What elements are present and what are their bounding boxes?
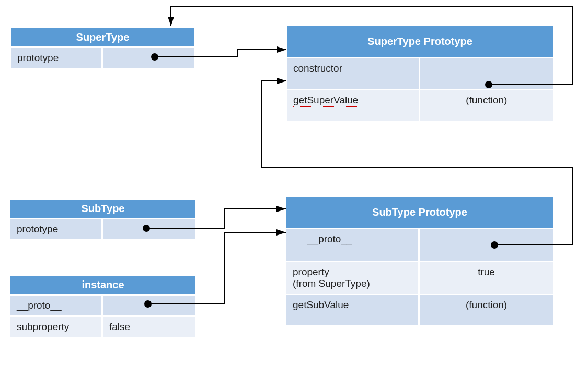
dot-supertype-prototype xyxy=(151,53,158,61)
instance-header: instance xyxy=(10,276,195,294)
subtype-proto-getsub-val: (function) xyxy=(420,295,553,325)
subtype-proto-getsub-key: getSubValue xyxy=(286,295,420,325)
instance-subproperty-key: subproperty xyxy=(10,317,103,337)
supertype-proto-header: SuperType Prototype xyxy=(287,26,553,57)
supertype-proto-box: SuperType Prototype constructor getSuper… xyxy=(286,26,554,122)
subtype-proto-property-key: property (from SuperType) xyxy=(286,262,420,294)
supertype-prototype-val xyxy=(103,48,195,68)
subtype-prototype-key: prototype xyxy=(10,219,103,239)
subtype-proto-box: SubType Prototype __proto__ property (fr… xyxy=(286,196,554,326)
supertype-box: SuperType prototype xyxy=(10,28,195,68)
instance-box: instance __proto__ subproperty false xyxy=(10,275,196,337)
subtype-proto-property-val: true xyxy=(420,262,553,294)
dot-instance-proto xyxy=(144,300,152,308)
supertype-header: SuperType xyxy=(11,28,194,46)
dot-subtype-proto-proto xyxy=(491,241,498,249)
instance-subproperty-val: false xyxy=(103,317,195,337)
instance-proto-key: __proto__ xyxy=(10,296,103,315)
subtype-box: SubType prototype xyxy=(10,199,196,240)
supertype-proto-getsuper-val: (function) xyxy=(420,90,554,121)
supertype-proto-getsuper-key: getSuperValue xyxy=(287,90,420,121)
supertype-proto-constructor-key: constructor xyxy=(287,58,420,89)
supertype-prototype-key: prototype xyxy=(11,48,103,68)
subtype-proto-proto-val xyxy=(420,229,553,261)
subtype-proto-proto-key: __proto__ xyxy=(286,229,420,261)
subtype-header: SubType xyxy=(10,200,195,218)
dot-subtype-prototype xyxy=(143,225,150,232)
dot-supertype-proto-constructor xyxy=(485,81,492,88)
subtype-proto-header: SubType Prototype xyxy=(286,197,553,228)
